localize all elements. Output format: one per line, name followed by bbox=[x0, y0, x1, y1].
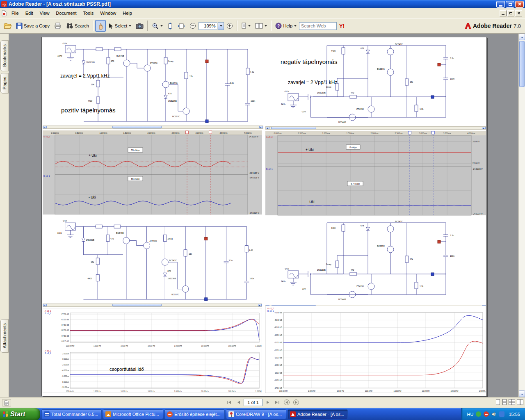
select-tool-button[interactable]: Select bbox=[106, 20, 134, 32]
open-button[interactable] bbox=[2, 20, 14, 32]
scroll-thumb[interactable] bbox=[271, 127, 316, 129]
scroll-thumb[interactable] bbox=[519, 41, 525, 87]
start-button[interactable]: Start bbox=[0, 408, 40, 420]
restore-button[interactable] bbox=[506, 1, 514, 8]
taskbar-item-adobe-reader[interactable]: Adobe Reader - [A os... bbox=[288, 409, 348, 419]
component-label: 1meg bbox=[168, 60, 173, 62]
zoom-tool-button[interactable] bbox=[150, 20, 165, 32]
tray-network-icon[interactable] bbox=[499, 411, 504, 417]
scroll-right-button[interactable] bbox=[259, 126, 263, 128]
next-page-button[interactable] bbox=[264, 399, 272, 406]
scroll-left-button[interactable] bbox=[43, 304, 47, 306]
component-label: -1/1V bbox=[62, 42, 68, 45]
fit-width-button[interactable] bbox=[176, 20, 187, 32]
menu-file[interactable]: File bbox=[8, 9, 22, 17]
close-button[interactable] bbox=[515, 1, 524, 8]
scroll-right-button[interactable] bbox=[258, 304, 262, 306]
zoom-out-button[interactable] bbox=[187, 20, 198, 32]
scroll-down-button[interactable] bbox=[519, 390, 525, 397]
scroll-track[interactable] bbox=[269, 127, 482, 129]
tray-security-icon[interactable] bbox=[476, 411, 481, 417]
toolbar-separator bbox=[147, 21, 148, 31]
taskbar-item-label: Microsoft Office Pictu... bbox=[113, 412, 159, 417]
taskbar-item-browser[interactable]: Erősítő építése elejét... bbox=[164, 409, 225, 419]
scroll-left-button[interactable] bbox=[266, 127, 269, 129]
clock[interactable]: 15:55 bbox=[509, 412, 520, 417]
camera-icon bbox=[136, 23, 144, 29]
scroll-up-button[interactable] bbox=[519, 34, 525, 40]
bode-plot-right: A: c5_2 B: c2_1 -70.00 dB -80.00 dB -90.… bbox=[265, 306, 486, 393]
vertical-scrollbar[interactable] bbox=[518, 34, 525, 397]
page-layout-buttons bbox=[495, 399, 523, 405]
single-page-layout-button[interactable] bbox=[239, 20, 253, 32]
facing-pages-layout-button[interactable] bbox=[253, 20, 269, 32]
scroll-thumb[interactable] bbox=[112, 126, 162, 128]
scroll-track[interactable] bbox=[47, 126, 259, 128]
vpp-measurement: 55 uVpp bbox=[131, 178, 140, 180]
doc-minimize-button[interactable] bbox=[500, 10, 507, 16]
language-indicator[interactable]: HU bbox=[467, 412, 474, 417]
chevron-down-icon bbox=[265, 25, 267, 27]
menu-view[interactable]: View bbox=[37, 9, 53, 17]
scroll-left-button[interactable] bbox=[43, 126, 47, 128]
schematic-hscrollbar[interactable] bbox=[43, 304, 262, 307]
taskbar-item-coreldraw[interactable]: CorelDRAW 9 - [A os... bbox=[226, 409, 286, 419]
output-plus-label: + Uki bbox=[306, 148, 314, 152]
facing-view-button[interactable] bbox=[517, 399, 523, 405]
menu-document[interactable]: Document bbox=[52, 9, 80, 17]
zoom-dropdown-button[interactable] bbox=[218, 22, 224, 30]
menu-tools[interactable]: Tools bbox=[80, 9, 97, 17]
first-page-button[interactable] bbox=[225, 399, 233, 406]
freq-tick: 100.0mHz bbox=[66, 390, 75, 393]
doc-close-button[interactable] bbox=[515, 10, 522, 16]
scroll-thumb[interactable] bbox=[112, 304, 162, 306]
tray-volume-icon[interactable] bbox=[491, 412, 497, 417]
zoom-level-combobox[interactable]: 109% bbox=[199, 22, 217, 30]
continuous-facing-view-button[interactable] bbox=[509, 399, 515, 405]
status-options-button[interactable] bbox=[2, 399, 11, 406]
component-label: 1N5230B bbox=[86, 61, 95, 64]
menu-window[interactable]: Window bbox=[97, 9, 119, 17]
snapshot-tool-button[interactable] bbox=[134, 20, 146, 32]
previous-page-button[interactable] bbox=[234, 399, 242, 406]
menu-edit[interactable]: Edit bbox=[22, 9, 37, 17]
component-label: 470 bbox=[110, 237, 114, 240]
component-label: 470 bbox=[111, 60, 114, 62]
component-label: 1kHz bbox=[57, 232, 62, 234]
time-tick: 2.500ms bbox=[395, 132, 403, 135]
help-button[interactable]: ? Help bbox=[273, 20, 299, 32]
db-tick: -102.5 dB bbox=[61, 340, 69, 342]
previous-page-icon bbox=[237, 400, 240, 404]
search-web-input[interactable] bbox=[299, 22, 337, 30]
previous-view-button[interactable] bbox=[283, 399, 291, 406]
save-a-copy-button[interactable]: Save a Copy bbox=[14, 20, 52, 32]
freq-tick: 100.0mHz bbox=[279, 390, 288, 392]
tab-bookmarks[interactable]: Bookmarks bbox=[0, 40, 9, 71]
tab-pages[interactable]: Pages bbox=[0, 73, 9, 94]
single-page-view-button[interactable] bbox=[495, 399, 500, 405]
schematic-hscrollbar[interactable] bbox=[265, 126, 486, 130]
taskbar-item-label: CorelDRAW 9 - [A os... bbox=[236, 412, 282, 417]
scroll-track[interactable] bbox=[47, 304, 258, 306]
page-number-input[interactable] bbox=[244, 399, 262, 406]
search-button[interactable]: Search bbox=[64, 20, 91, 32]
hand-tool-button[interactable] bbox=[95, 20, 106, 32]
doc-restore-button[interactable] bbox=[507, 10, 514, 16]
print-button[interactable] bbox=[52, 20, 64, 32]
scroll-right-button[interactable] bbox=[482, 127, 486, 129]
yahoo-button[interactable]: Y! bbox=[337, 20, 347, 32]
taskbar-item-office-picture[interactable]: Microsoft Office Pictu... bbox=[103, 409, 163, 419]
time-tick: 2.000ms bbox=[370, 132, 379, 135]
next-view-button[interactable] bbox=[292, 399, 300, 406]
continuous-view-button[interactable] bbox=[502, 399, 507, 405]
tray-alert-icon[interactable] bbox=[484, 411, 489, 417]
dynamic-zoom-button[interactable] bbox=[165, 20, 175, 32]
taskbar-item-total-commander[interactable]: Total Commander 6.5... bbox=[41, 409, 102, 419]
menu-help[interactable]: Help bbox=[119, 9, 135, 17]
schematic-hscrollbar[interactable] bbox=[43, 126, 263, 129]
tab-attachments[interactable]: Attachments bbox=[0, 319, 9, 353]
zoom-in-button[interactable] bbox=[224, 20, 235, 32]
freq-tick: 1.000 Hz bbox=[308, 390, 316, 392]
minimize-button[interactable] bbox=[496, 1, 505, 8]
last-page-button[interactable] bbox=[273, 399, 281, 406]
